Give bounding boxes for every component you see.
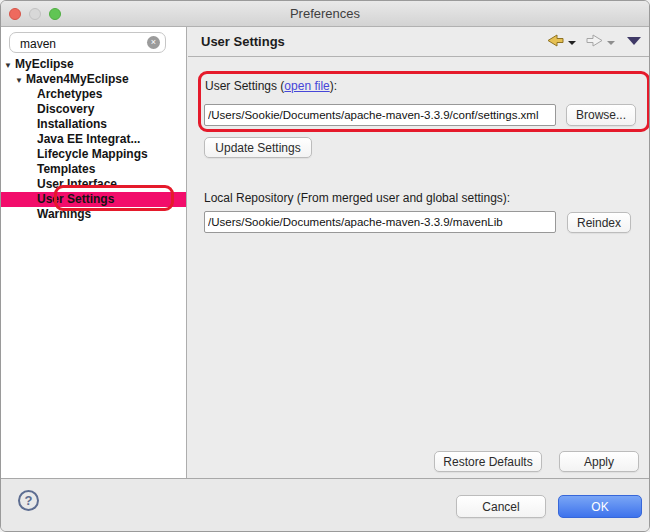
tree-item-discovery[interactable]: Discovery [1, 102, 186, 117]
tree-item-lifecycle-mappings[interactable]: Lifecycle Mappings [1, 147, 186, 162]
forward-arrow-icon [586, 34, 603, 47]
tree-item-user-settings[interactable]: User Settings [1, 192, 186, 207]
back-history-dropdown-icon[interactable] [568, 41, 576, 45]
tree-item-label: User Interface [37, 177, 117, 191]
tree-item-maven4myeclipse[interactable]: ▼ Maven4MyEclipse [1, 72, 186, 87]
tree-item-label: Java EE Integrat... [37, 132, 140, 146]
preferences-dialog: Preferences × ▼ MyEclipse ▼ Maven4MyEcli… [0, 0, 650, 532]
chevron-down-icon[interactable]: ▼ [4, 58, 12, 73]
filter-search-box[interactable]: × [9, 32, 166, 53]
title-bar[interactable]: Preferences [1, 1, 649, 27]
tree-item-label: MyEclipse [15, 57, 74, 71]
dialog-footer: ? Cancel OK [1, 478, 649, 531]
tree-item-label: Archetypes [37, 87, 102, 101]
tree-item-warnings[interactable]: Warnings [1, 207, 186, 222]
preferences-tree: ▼ MyEclipse ▼ Maven4MyEclipse Archetypes… [1, 57, 186, 222]
forward-history-dropdown-icon [607, 41, 615, 45]
tree-item-label: User Settings [37, 192, 114, 206]
settings-path-field[interactable] [204, 104, 556, 126]
window-title: Preferences [1, 6, 649, 21]
local-repository-label: Local Repository (From merged user and g… [204, 191, 510, 205]
search-input[interactable] [18, 34, 142, 53]
page-title: User Settings [201, 34, 285, 49]
tree-item-label: Discovery [37, 102, 94, 116]
clear-search-icon[interactable]: × [147, 36, 160, 49]
tree-item-label: Templates [37, 162, 95, 176]
open-file-link[interactable]: open file [284, 79, 329, 93]
update-settings-button[interactable]: Update Settings [204, 137, 312, 158]
chevron-down-icon[interactable]: ▼ [15, 73, 23, 88]
tree-item-myeclipse[interactable]: ▼ MyEclipse [1, 57, 186, 72]
preferences-sidebar: × ▼ MyEclipse ▼ Maven4MyEclipse Archetyp… [1, 27, 187, 479]
browse-button[interactable]: Browse... [566, 104, 636, 126]
tree-item-templates[interactable]: Templates [1, 162, 186, 177]
help-icon[interactable]: ? [18, 490, 39, 511]
tree-item-label: Maven4MyEclipse [26, 72, 129, 86]
label-suffix: ): [330, 79, 337, 93]
tree-item-installations[interactable]: Installations [1, 117, 186, 132]
reindex-button[interactable]: Reindex [567, 212, 631, 233]
cancel-button[interactable]: Cancel [456, 495, 546, 518]
tree-item-label: Lifecycle Mappings [37, 147, 148, 161]
restore-defaults-button[interactable]: Restore Defaults [434, 451, 542, 472]
view-menu-icon[interactable] [627, 37, 641, 45]
apply-button[interactable]: Apply [559, 451, 639, 472]
tree-item-java-ee-integration[interactable]: Java EE Integrat... [1, 132, 186, 147]
tree-item-archetypes[interactable]: Archetypes [1, 87, 186, 102]
tree-item-label: Installations [37, 117, 107, 131]
user-settings-label: User Settings (open file): [205, 79, 337, 93]
label-prefix: User Settings ( [205, 79, 284, 93]
back-arrow-icon[interactable] [547, 34, 564, 47]
user-settings-panel: User Settings User Settings (open file):… [188, 27, 650, 479]
tree-item-user-interface[interactable]: User Interface [1, 177, 186, 192]
ok-button[interactable]: OK [558, 495, 642, 518]
panel-header: User Settings [188, 27, 650, 57]
history-nav [547, 34, 641, 47]
local-repository-field[interactable] [204, 211, 556, 233]
tree-item-label: Warnings [37, 207, 91, 221]
